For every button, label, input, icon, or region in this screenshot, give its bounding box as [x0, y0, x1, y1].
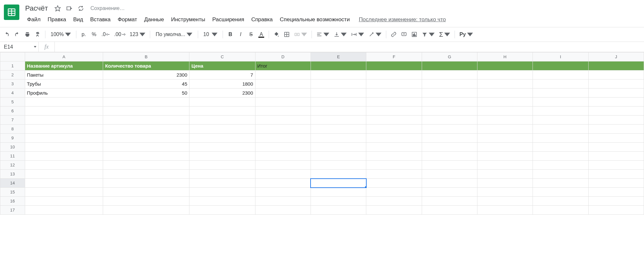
col-header-C[interactable]: C [189, 52, 255, 61]
filter-button[interactable] [420, 30, 437, 39]
cell[interactable] [255, 197, 311, 206]
cell[interactable] [255, 89, 311, 98]
cell[interactable] [588, 80, 644, 89]
cell[interactable] [422, 179, 477, 188]
cell[interactable] [25, 170, 103, 179]
cell[interactable] [311, 188, 366, 197]
cell[interactable] [533, 116, 588, 125]
cell[interactable] [477, 170, 533, 179]
row-header[interactable]: 11 [0, 152, 25, 161]
col-header-J[interactable]: J [588, 52, 644, 61]
cell[interactable] [533, 125, 588, 134]
col-header-I[interactable]: I [533, 52, 588, 61]
cell[interactable]: 2300 [103, 70, 189, 80]
undo-button[interactable] [2, 30, 12, 39]
cell[interactable]: 7 [189, 70, 255, 80]
zoom-select[interactable]: 100% [48, 30, 73, 39]
cell[interactable] [366, 179, 422, 188]
cell[interactable] [311, 152, 366, 161]
menu-tools[interactable]: Инструменты [168, 15, 208, 24]
cell[interactable] [366, 152, 422, 161]
cell[interactable] [25, 143, 103, 152]
cell[interactable] [189, 143, 255, 152]
cell[interactable] [25, 134, 103, 143]
cell[interactable] [25, 206, 103, 215]
borders-button[interactable] [282, 30, 292, 39]
cell[interactable]: Профиль [25, 89, 103, 98]
cell[interactable] [189, 98, 255, 107]
name-box[interactable]: E14 [0, 42, 39, 52]
cell[interactable] [103, 197, 189, 206]
row-header[interactable]: 9 [0, 134, 25, 143]
cell[interactable] [255, 70, 311, 80]
cell[interactable] [588, 206, 644, 215]
comment-button[interactable] [399, 30, 409, 39]
row-header[interactable]: 14 [0, 179, 25, 188]
menu-file[interactable]: Файл [24, 15, 44, 24]
text-color-button[interactable]: A [256, 30, 266, 39]
cell[interactable] [477, 197, 533, 206]
cell[interactable] [25, 179, 103, 188]
v-align-button[interactable] [332, 30, 349, 39]
cell[interactable] [477, 70, 533, 80]
cell[interactable] [422, 125, 477, 134]
percent-button[interactable]: % [89, 30, 99, 39]
cell[interactable] [311, 107, 366, 116]
cell[interactable] [311, 161, 366, 170]
cell[interactable] [189, 125, 255, 134]
move-icon[interactable] [66, 5, 72, 12]
cell[interactable] [588, 143, 644, 152]
cell[interactable] [588, 70, 644, 80]
cell[interactable] [588, 179, 644, 188]
formula-input[interactable] [55, 42, 644, 52]
menu-edit[interactable]: Правка [44, 15, 69, 24]
select-all-corner[interactable] [0, 52, 25, 61]
cell[interactable] [311, 80, 366, 89]
cell[interactable] [588, 98, 644, 107]
cell[interactable] [189, 188, 255, 197]
row-header[interactable]: 10 [0, 143, 25, 152]
cell[interactable] [477, 61, 533, 70]
sheets-logo[interactable] [4, 5, 19, 20]
cell[interactable] [103, 125, 189, 134]
cell[interactable] [25, 188, 103, 197]
cell[interactable] [311, 206, 366, 215]
cell[interactable] [103, 152, 189, 161]
menu-accessibility[interactable]: Специальные возможности [277, 15, 353, 24]
menu-view[interactable]: Вид [70, 15, 86, 24]
increase-decimal-button[interactable]: .00 [112, 30, 127, 39]
cell[interactable] [533, 179, 588, 188]
fill-handle[interactable] [365, 186, 366, 188]
cell[interactable] [366, 89, 422, 98]
merge-button[interactable] [292, 30, 309, 39]
cell[interactable] [533, 188, 588, 197]
cell[interactable] [25, 152, 103, 161]
cell[interactable]: Трубы [25, 80, 103, 89]
cell[interactable] [422, 143, 477, 152]
row-header[interactable]: 8 [0, 125, 25, 134]
wrap-button[interactable] [349, 30, 366, 39]
row-header[interactable]: 2 [0, 70, 25, 80]
menu-format[interactable]: Формат [114, 15, 140, 24]
cell[interactable] [189, 134, 255, 143]
cell[interactable] [477, 206, 533, 215]
cell[interactable] [533, 107, 588, 116]
menu-help[interactable]: Справка [248, 15, 276, 24]
cell[interactable] [366, 61, 422, 70]
cell[interactable] [255, 125, 311, 134]
cell[interactable] [189, 161, 255, 170]
cell[interactable] [588, 89, 644, 98]
strike-button[interactable]: S [246, 30, 256, 39]
cell[interactable]: 50 [103, 89, 189, 98]
cell[interactable] [311, 89, 366, 98]
row-header[interactable]: 1 [0, 61, 25, 70]
cell[interactable] [422, 70, 477, 80]
cell[interactable] [103, 116, 189, 125]
redo-button[interactable] [12, 30, 22, 39]
paint-format-button[interactable] [33, 30, 43, 39]
cell[interactable] [311, 134, 366, 143]
cell[interactable] [422, 197, 477, 206]
cell[interactable] [311, 116, 366, 125]
row-header[interactable]: 16 [0, 197, 25, 206]
menu-data[interactable]: Данные [141, 15, 167, 24]
